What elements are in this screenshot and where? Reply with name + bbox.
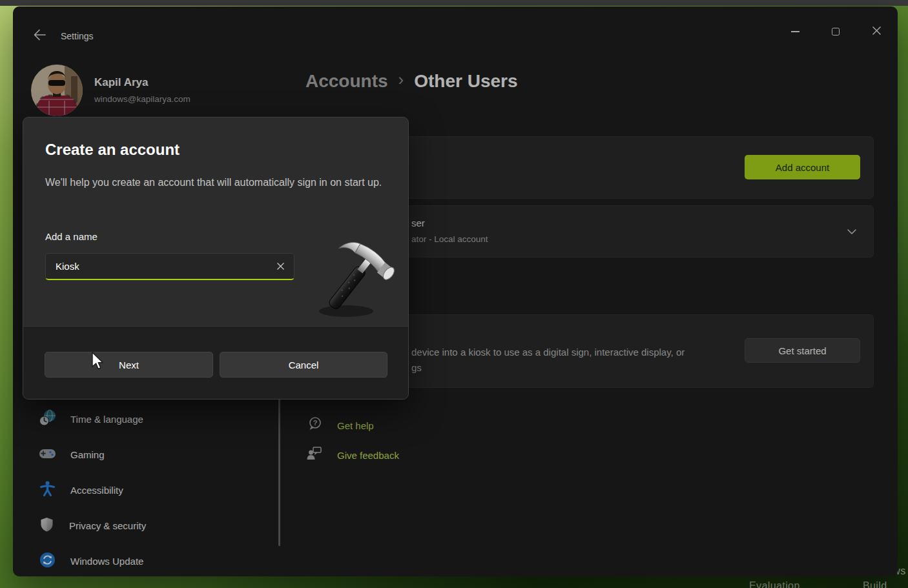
hammer-icon [313, 239, 398, 323]
name-input-wrapper [45, 253, 294, 280]
mouse-cursor [91, 352, 105, 374]
desktop-background: Windows Evaluation Build 2521 Settings [0, 0, 908, 588]
name-input[interactable] [46, 261, 271, 272]
next-button[interactable]: Next [45, 352, 213, 378]
evaluation-watermark-line2-left: Evaluation [749, 580, 800, 588]
name-field-label: Add a name [45, 231, 98, 242]
dialog-description: We'll help you create an account that wi… [45, 174, 397, 191]
desktop-top-strip [0, 0, 908, 6]
cancel-button[interactable]: Cancel [220, 352, 387, 378]
settings-window: Settings [13, 6, 898, 576]
create-account-dialog: Create an account We'll help you create … [23, 117, 409, 400]
dialog-title: Create an account [45, 141, 180, 159]
clear-input-button[interactable] [271, 257, 290, 276]
clear-x-icon [276, 262, 285, 270]
evaluation-watermark-line2-right: Build 2521 [863, 580, 908, 588]
